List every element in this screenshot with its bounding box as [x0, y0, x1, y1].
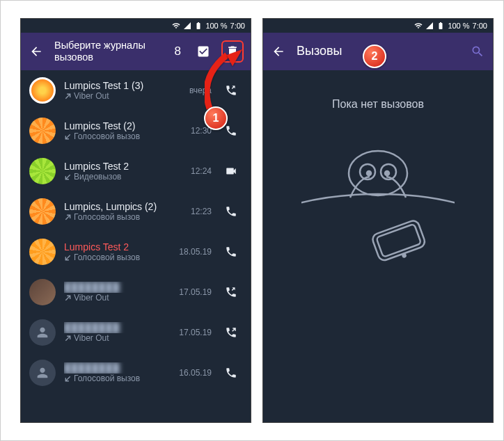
avatar [29, 319, 56, 346]
call-log-row[interactable]: Lumpics, Lumpics (2) Голосовой вызов12:2… [21, 191, 251, 232]
call-action-button[interactable] [220, 281, 242, 303]
selection-app-bar: Выберите журналы вызовов 8 [21, 33, 251, 70]
call-log-row[interactable]: Lumpics Test 2 Видеовызов12:24 [21, 151, 251, 191]
svg-point-3 [367, 171, 371, 175]
battery-icon [436, 22, 445, 30]
battery-text: 100 % [205, 22, 227, 30]
wifi-icon [414, 22, 423, 30]
delete-button[interactable] [224, 43, 241, 60]
contact-name: Lumpics Test 2 [64, 241, 167, 252]
clock-text: 7:00 [230, 22, 245, 30]
svg-rect-6 [376, 224, 421, 257]
status-bar: 100 % 7:00 [21, 19, 251, 33]
call-meta: Lumpics Test 2 Видеовызов [64, 161, 167, 182]
phone-screenshot-left: 100 % 7:00 Выберите журналы вызовов 8 Lu… [20, 18, 251, 423]
trash-icon [226, 45, 239, 58]
annotation-badge-2: 2 [363, 45, 386, 68]
status-bar: 100 % 7:00 [263, 19, 493, 33]
call-time: 12:23 [175, 207, 212, 216]
call-log-row[interactable]: ████████ Viber Out17.05.19 [21, 312, 251, 353]
avatar [29, 77, 56, 104]
avatar [29, 158, 56, 184]
call-subtitle: Голосовой вызов [64, 374, 167, 383]
call-action-button[interactable] [220, 200, 242, 223]
call-subtitle: Голосовой вызов [64, 252, 167, 262]
wifi-icon [172, 22, 180, 30]
call-meta: ████████ Голосовой вызов [64, 362, 167, 383]
clock-text: 7:00 [473, 22, 487, 30]
call-action-button[interactable] [220, 160, 242, 182]
call-action-button[interactable] [220, 79, 242, 102]
svg-point-4 [385, 171, 389, 175]
avatar [29, 198, 56, 225]
svg-rect-5 [371, 219, 426, 262]
call-time: 17.05.19 [175, 328, 212, 337]
contact-name: ████████ [64, 322, 167, 333]
empty-illustration [301, 131, 455, 298]
avatar [29, 239, 56, 265]
svg-point-0 [349, 151, 407, 195]
contact-name: ████████ [64, 362, 167, 374]
call-subtitle: Видеовызов [64, 172, 167, 182]
call-time: вчера [175, 86, 212, 95]
battery-icon [194, 22, 203, 30]
call-log-row[interactable]: Lumpics Test 2 Голосовой вызов18.05.19 [21, 232, 251, 272]
avatar [29, 279, 56, 305]
call-subtitle: Голосовой вызов [64, 212, 167, 222]
call-action-button[interactable] [220, 241, 242, 263]
call-meta: ████████ Viber Out [64, 322, 167, 343]
contact-name: Lumpics Test (2) [64, 120, 167, 131]
search-button[interactable] [469, 43, 486, 60]
call-meta: Lumpics Test 1 (3) Viber Out [64, 80, 167, 101]
call-log-row[interactable]: ████████ Viber Out17.05.19 [21, 272, 251, 312]
call-time: 12:24 [175, 166, 212, 176]
call-subtitle: Голосовой вызов [64, 131, 167, 141]
selected-count: 8 [175, 45, 181, 58]
call-meta: Lumpics Test (2) Голосовой вызов [64, 120, 167, 141]
call-time: 12:30 [175, 126, 212, 136]
call-action-button[interactable] [220, 362, 242, 384]
call-subtitle: Viber Out [64, 293, 167, 303]
call-log-row[interactable]: Lumpics Test 1 (3) Viber Outвчера [21, 70, 251, 111]
app-bar-title: Выберите журналы вызовов [54, 40, 165, 64]
call-meta: ████████ Viber Out [64, 282, 167, 303]
signal-icon [183, 22, 191, 30]
empty-state: Пока нет вызовов [263, 70, 493, 423]
back-button[interactable] [28, 43, 45, 60]
signal-icon [425, 22, 434, 30]
call-log-row[interactable]: ████████ Голосовой вызов16.05.19 [21, 353, 251, 393]
contact-name: ████████ [64, 282, 167, 293]
annotation-badge-1: 1 [204, 106, 228, 130]
contact-name: Lumpics Test 1 (3) [64, 80, 167, 91]
call-subtitle: Viber Out [64, 91, 167, 101]
contact-name: Lumpics, Lumpics (2) [64, 201, 167, 212]
call-time: 18.05.19 [175, 247, 212, 257]
call-meta: Lumpics Test 2 Голосовой вызов [64, 241, 167, 262]
back-button[interactable] [270, 43, 287, 60]
empty-message: Пока нет вызовов [332, 98, 424, 111]
search-icon [471, 45, 485, 58]
svg-point-7 [402, 254, 406, 257]
call-meta: Lumpics, Lumpics (2) Голосовой вызов [64, 201, 167, 222]
call-time: 16.05.19 [175, 368, 212, 378]
contact-name: Lumpics Test 2 [64, 161, 167, 172]
call-action-button[interactable] [220, 321, 242, 344]
battery-text: 100 % [448, 22, 469, 30]
call-time: 17.05.19 [175, 287, 212, 297]
delete-button-highlight [221, 40, 244, 63]
call-subtitle: Viber Out [64, 333, 167, 343]
avatar [29, 360, 56, 386]
phone-screenshot-right: 100 % 7:00 Вызовы Пока нет вызовов [262, 18, 494, 423]
avatar [29, 118, 56, 144]
select-all-button[interactable] [195, 43, 212, 60]
